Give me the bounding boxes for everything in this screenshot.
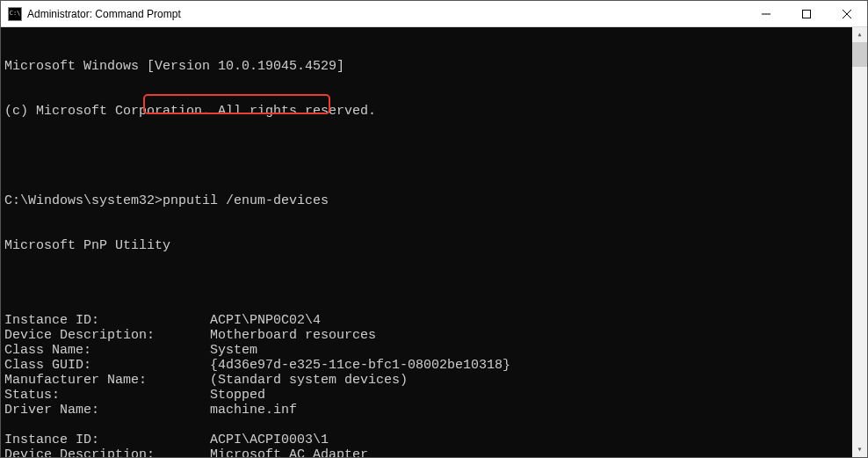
version-line: Microsoft Windows [Version 10.0.19045.45… bbox=[4, 59, 867, 74]
prompt-command: pnputil /enum-devices bbox=[163, 193, 329, 208]
utility-line: Microsoft PnP Utility bbox=[4, 238, 867, 253]
device-field-class_guid: Class GUID: {4d36e97d-e325-11ce-bfc1-080… bbox=[4, 358, 867, 373]
maximize-button[interactable] bbox=[786, 1, 827, 26]
device-field-device_description: Device Description: Microsoft AC Adapter bbox=[4, 447, 867, 457]
device-field-driver_name: Driver Name: machine.inf bbox=[4, 403, 867, 418]
scroll-thumb[interactable] bbox=[852, 42, 867, 67]
close-button[interactable] bbox=[827, 1, 867, 26]
window-controls bbox=[746, 1, 867, 26]
device-field-instance_id: Instance ID: ACPI\ACPI0003\1 bbox=[4, 433, 867, 447]
window-title: Administrator: Command Prompt bbox=[27, 8, 746, 20]
device-field-class_name: Class Name: System bbox=[4, 343, 867, 358]
device-block: Instance ID: ACPI\ACPI0003\1Device Descr… bbox=[4, 433, 867, 457]
minimize-button[interactable] bbox=[746, 1, 786, 26]
svg-rect-1 bbox=[803, 10, 811, 18]
copyright-line: (c) Microsoft Corporation. All rights re… bbox=[4, 104, 867, 119]
vertical-scrollbar[interactable]: ▴ ▾ bbox=[852, 27, 867, 457]
console-area[interactable]: Microsoft Windows [Version 10.0.19045.45… bbox=[1, 27, 867, 457]
titlebar[interactable]: Administrator: Command Prompt bbox=[1, 1, 867, 27]
device-field-device_description: Device Description: Motherboard resource… bbox=[4, 328, 867, 343]
scroll-up-arrow[interactable]: ▴ bbox=[852, 27, 867, 42]
scroll-down-arrow[interactable]: ▾ bbox=[852, 442, 867, 457]
device-field-manufacturer_name: Manufacturer Name: (Standard system devi… bbox=[4, 373, 867, 388]
device-block: Instance ID: ACPI\PNP0C02\4Device Descri… bbox=[4, 313, 867, 418]
blank-line bbox=[4, 149, 867, 164]
cmd-icon bbox=[8, 7, 22, 21]
prompt-path: C:\Windows\system32> bbox=[4, 193, 163, 208]
device-field-status: Status: Stopped bbox=[4, 388, 867, 403]
device-field-instance_id: Instance ID: ACPI\PNP0C02\4 bbox=[4, 313, 867, 328]
prompt-line: C:\Windows\system32>pnputil /enum-device… bbox=[4, 193, 867, 208]
